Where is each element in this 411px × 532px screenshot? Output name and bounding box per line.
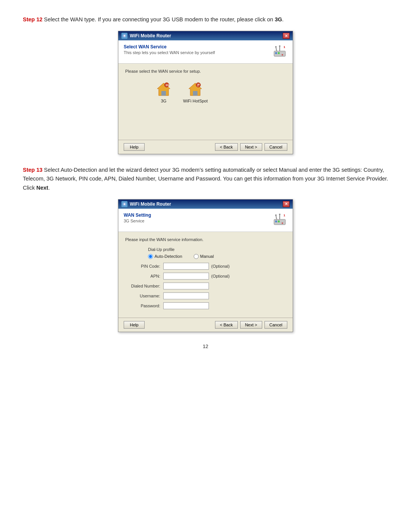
dialog-wan-setting: WiFi Mobile Router ✕ WAN Setting 3G Serv… — [118, 199, 293, 332]
dialog2-titlebar: WiFi Mobile Router ✕ — [118, 200, 293, 209]
dialog1-footer: Help < Back Next > Cancel — [118, 140, 293, 154]
dialog1-body: Please select the WAN service for setup.… — [118, 64, 293, 140]
svg-rect-4 — [278, 52, 280, 54]
svg-point-25 — [282, 222, 283, 224]
dialog2-header-icon: 1 — [272, 212, 287, 228]
wan-options: 3G 3G Wi Fi WiFi HotSpot — [156, 81, 286, 103]
dialog2-back-button[interactable]: < Back — [215, 321, 238, 329]
pin-code-label: PIN Code: — [125, 264, 163, 268]
svg-text:1: 1 — [284, 214, 285, 217]
dialog2-title-text: WiFi Mobile Router — [130, 201, 171, 207]
radio-auto-detection[interactable]: Auto-Detection — [148, 254, 182, 259]
pin-code-input[interactable] — [163, 263, 209, 270]
radio-manual[interactable]: Manual — [194, 254, 214, 259]
wan-option-wifi-hotspot[interactable]: Wi Fi WiFi HotSpot — [183, 81, 208, 103]
svg-text:Fi: Fi — [197, 85, 199, 87]
step13-label: Step 13 — [23, 167, 43, 173]
dialed-number-label: Dialed Number: — [125, 284, 163, 288]
password-label: Password: — [125, 304, 163, 308]
dialog2-footer: Help < Back Next > Cancel — [118, 318, 293, 332]
dialed-number-input[interactable] — [163, 283, 209, 289]
dialog1-help-button[interactable]: Help — [124, 143, 145, 151]
router-icon-2: 1 — [272, 212, 287, 228]
dialog1-nav-buttons: < Back Next > Cancel — [215, 143, 287, 151]
dialog1-close-button[interactable]: ✕ — [283, 33, 290, 39]
dialog2-header-subtitle: 3G Service — [124, 219, 151, 223]
svg-rect-12 — [161, 91, 166, 96]
dialog2-title-left: WiFi Mobile Router — [121, 201, 171, 207]
dialog1-title-left: WiFi Mobile Router — [121, 33, 171, 39]
svg-rect-23 — [275, 220, 277, 222]
dialog1-header: Select WAN Service This step lets you se… — [118, 40, 293, 64]
svg-rect-24 — [278, 220, 280, 222]
username-input[interactable] — [163, 292, 209, 299]
dialog1-header-subtitle: This step lets you select WAN service by… — [124, 50, 215, 55]
svg-point-29 — [275, 214, 277, 216]
wan-option-3g-label: 3G — [161, 99, 167, 103]
svg-point-8 — [279, 45, 280, 47]
svg-point-28 — [279, 214, 280, 215]
step12-bold: 3G — [275, 16, 282, 22]
dialog1-title-text: WiFi Mobile Router — [130, 33, 171, 38]
dialog2-header-text: WAN Setting 3G Service — [124, 212, 151, 223]
dialog2-header: WAN Setting 3G Service 1 — [118, 209, 293, 232]
apn-label: APN: — [125, 274, 163, 278]
step13-period: . — [48, 185, 50, 191]
radio-row: Auto-Detection Manual — [148, 254, 286, 259]
dialog1-header-title: Select WAN Service — [124, 44, 215, 50]
dialog2-cancel-button[interactable]: Cancel — [264, 321, 287, 329]
username-row: Username: — [125, 292, 286, 299]
step13-text: Select Auto-Detection and let the wizard… — [23, 167, 388, 190]
dialog1-body-text: Please select the WAN service for setup. — [125, 69, 286, 73]
step12-period: . — [282, 16, 284, 22]
dialog1-cancel-button[interactable]: Cancel — [264, 143, 287, 151]
step12-label: Step 12 — [23, 16, 43, 22]
svg-text:1: 1 — [284, 45, 285, 49]
dialog2-close-button[interactable]: ✕ — [283, 201, 290, 207]
pin-code-row: PIN Code: (Optional) — [125, 263, 286, 270]
dialog1-next-button[interactable]: Next > — [240, 143, 262, 151]
dialog-wan-service: WiFi Mobile Router ✕ Select WAN Service … — [118, 31, 293, 154]
step12-paragraph: Step 12 Select the WAN type. If you are … — [23, 15, 388, 24]
dialed-number-row: Dialed Number: — [125, 283, 286, 289]
svg-line-26 — [276, 216, 277, 219]
dialog2-body: Please input the WAN service information… — [118, 232, 293, 318]
step13-bold: Next — [36, 185, 48, 191]
apn-row: APN: (Optional) — [125, 273, 286, 280]
dialog2-nav-buttons: < Back Next > Cancel — [215, 321, 287, 329]
password-input[interactable] — [163, 302, 209, 309]
svg-rect-3 — [275, 52, 277, 54]
dialog2-next-button[interactable]: Next > — [240, 321, 262, 329]
apn-optional-text: (Optional) — [211, 274, 229, 278]
wifi-hotspot-icon: Wi Fi — [187, 81, 203, 97]
dialog2-body-text: Please input the WAN service information… — [125, 237, 286, 242]
svg-text:3G: 3G — [166, 84, 169, 86]
pin-optional-text: (Optional) — [211, 264, 229, 268]
username-label: Username: — [125, 294, 163, 298]
apn-input[interactable] — [163, 273, 209, 280]
radio-auto-detection-input[interactable] — [148, 254, 153, 259]
router-icon: 1 — [272, 44, 287, 59]
step12-text: Select the WAN type. If you are connecti… — [43, 16, 275, 22]
svg-rect-16 — [193, 91, 198, 96]
svg-point-5 — [282, 54, 283, 56]
dialog1-header-text: Select WAN Service This step lets you se… — [124, 44, 215, 55]
dialog2-header-title: WAN Setting — [124, 212, 151, 218]
dialog1-titlebar: WiFi Mobile Router ✕ — [118, 31, 293, 40]
password-row: Password: — [125, 302, 286, 309]
step13-paragraph: Step 13 Select Auto-Detection and let th… — [23, 166, 388, 192]
radio-manual-input[interactable] — [194, 254, 199, 259]
dialog1-title-icon — [121, 33, 127, 39]
svg-point-21 — [124, 203, 125, 205]
svg-line-6 — [276, 47, 277, 51]
svg-point-9 — [275, 46, 277, 48]
page-number: 12 — [23, 343, 388, 349]
wan-option-wifi-label: WiFi HotSpot — [183, 99, 208, 103]
dialog2-title-icon — [121, 201, 127, 207]
3g-icon: 3G — [156, 81, 172, 97]
dial-up-label: Dial-Up profile — [148, 247, 286, 252]
wan-option-3g[interactable]: 3G 3G — [156, 81, 172, 103]
dialog2-help-button[interactable]: Help — [124, 321, 145, 329]
radio-auto-label: Auto-Detection — [155, 254, 182, 259]
dialog1-back-button[interactable]: < Back — [215, 143, 238, 151]
